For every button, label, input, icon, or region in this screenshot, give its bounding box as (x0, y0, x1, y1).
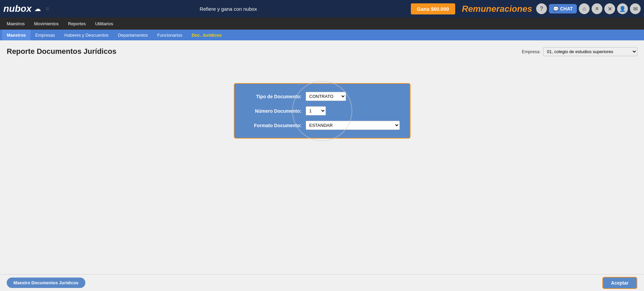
chat-label: CHAT (560, 6, 573, 11)
form-panel-wrapper: Tipo de Documento: CONTRATOFINIQUITOANEX… (7, 83, 637, 139)
empresa-selector: Empresa: 01, colegio de estudios superio… (522, 47, 637, 56)
top-icons: ? 💬 CHAT ⌂ ≡ ✕ 👤 ✉ (536, 3, 641, 14)
subnav-departamentos[interactable]: Departamentos (113, 30, 153, 40)
aceptar-button[interactable]: Aceptar (602, 277, 637, 289)
page-title: Reporte Documentos Jurídicos (7, 47, 116, 56)
gana-button[interactable]: Gana $60.000 (411, 3, 455, 14)
refiere-text: Refiere y gana con nubox (49, 6, 407, 12)
help-button[interactable]: ? (536, 3, 547, 14)
nav-maestros[interactable]: Maestros (2, 17, 29, 30)
tipo-doc-row: Tipo de Documento: CONTRATOFINIQUITOANEX… (245, 92, 400, 101)
user-button[interactable]: 👤 (617, 3, 628, 14)
subnav-empresas[interactable]: Empresas (31, 30, 60, 40)
subnav-funcionarios[interactable]: Funcionarios (153, 30, 187, 40)
main-nav: Maestros Movimientos Reportes Utilitario… (0, 17, 644, 30)
chat-button[interactable]: 💬 CHAT (549, 4, 577, 13)
remuneraciones-logo: Remuneraciones (455, 4, 532, 14)
email-button[interactable]: ✉ (630, 3, 641, 14)
formato-doc-select[interactable]: ESTANDARPERSONALIZADO (306, 121, 400, 130)
nav-movimientos[interactable]: Movimientos (29, 17, 63, 30)
nav-utilitarios[interactable]: Utilitarios (90, 17, 118, 30)
page-header: Reporte Documentos Jurídicos Empresa: 01… (7, 47, 637, 56)
logo-text: nubox (3, 3, 32, 14)
empresa-label: Empresa: (522, 49, 541, 54)
content-area: Reporte Documentos Jurídicos Empresa: 01… (0, 40, 644, 291)
footer: Maestro Documentos Jurídicos Aceptar (0, 274, 644, 291)
logo: nubox ☁ ≡ (3, 3, 49, 14)
close-button[interactable]: ✕ (604, 3, 615, 14)
maestro-juridicos-button[interactable]: Maestro Documentos Jurídicos (7, 278, 85, 288)
nav-reportes[interactable]: Reportes (63, 17, 90, 30)
cloud-icon: ☁ (34, 5, 41, 13)
tipo-doc-select[interactable]: CONTRATOFINIQUITOANEXO (306, 92, 346, 101)
doc-button[interactable]: ≡ (592, 3, 602, 14)
num-doc-select[interactable]: 123 (306, 106, 326, 115)
form-panel: Tipo de Documento: CONTRATOFINIQUITOANEX… (234, 83, 411, 139)
top-bar: nubox ☁ ≡ Refiere y gana con nubox Gana … (0, 0, 644, 17)
subnav-maestros[interactable]: Maestros (2, 30, 31, 40)
tipo-doc-label: Tipo de Documento: (245, 94, 302, 99)
sub-nav: Maestros Empresas Haberes y Descuentos D… (0, 30, 644, 40)
formato-doc-row: Formato Documento: ESTANDARPERSONALIZADO (245, 121, 400, 130)
subnav-doc-juridicos[interactable]: Doc. Jurídicos (187, 30, 226, 40)
num-doc-row: Número Documento: 123 (245, 106, 400, 115)
subnav-haberes[interactable]: Haberes y Descuentos (60, 30, 114, 40)
formato-doc-label: Formato Documento: (245, 123, 302, 128)
menu-icon[interactable]: ≡ (46, 5, 49, 12)
num-doc-label: Número Documento: (245, 108, 302, 114)
empresa-select[interactable]: 01, colegio de estudios superiores (543, 47, 637, 56)
home-button[interactable]: ⌂ (579, 3, 590, 14)
chat-icon: 💬 (553, 6, 559, 11)
